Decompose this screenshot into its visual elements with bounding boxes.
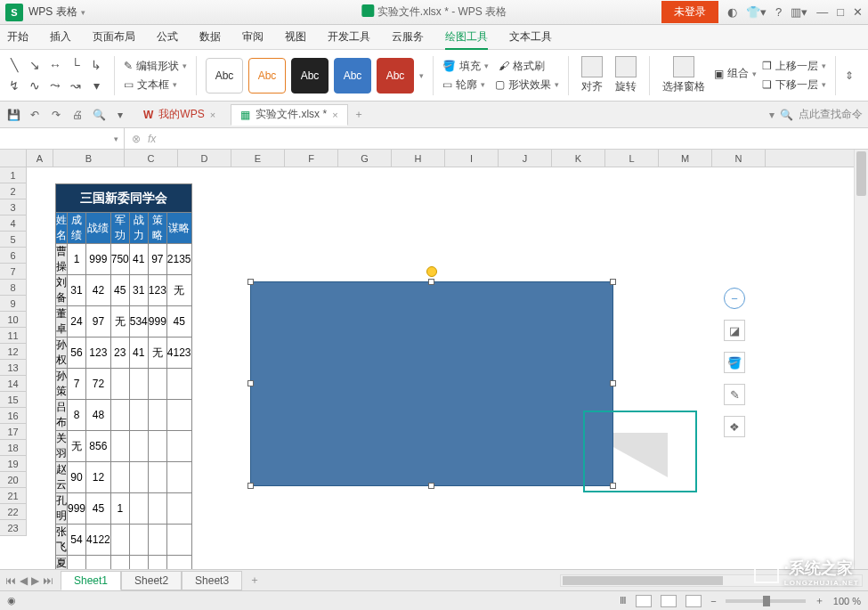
table-cell[interactable]: 12 [86,462,111,493]
maximize-button[interactable]: □ [837,5,844,19]
collapse-icon[interactable]: − [724,288,745,309]
scrollbar-thumb[interactable] [563,576,723,585]
table-cell[interactable]: 97 [148,244,166,275]
style-gallery-more[interactable]: ▾ [419,71,424,80]
menu-start[interactable]: 开始 [7,29,28,45]
row-headers[interactable]: 1234567891011121314151617181920212223 [0,167,27,536]
table-cell[interactable]: 856 [86,431,111,462]
add-sheet-button[interactable]: ＋ [242,570,267,590]
table-cell[interactable] [129,369,148,400]
table-cell[interactable]: 41 [129,244,148,275]
send-backward-button[interactable]: 下移一层 [775,77,818,93]
table-cell[interactable]: 48 [86,400,111,431]
table-cell[interactable]: 孙权 [56,338,68,369]
tab-list-icon[interactable]: ▾ [769,109,775,121]
zoom-slider[interactable] [726,599,806,603]
column-header[interactable]: N [712,150,766,167]
command-search[interactable]: 点此查找命令 [799,107,863,122]
table-cell[interactable]: 45 [110,275,129,306]
fill-button[interactable]: 填充 [459,59,481,74]
table-cell[interactable]: 8 [68,400,86,431]
row-header[interactable]: 1 [0,167,27,183]
style-preset-3[interactable]: Abc [291,58,329,94]
outline-button[interactable]: 轮廓 [456,77,477,93]
sync-icon[interactable]: ◐ [727,5,737,19]
table-cell[interactable]: 56 [68,338,86,369]
table-cell[interactable]: 23 [110,338,129,369]
qat-undo-icon[interactable]: ↶ [27,107,43,123]
table-cell[interactable] [129,462,148,493]
sheet-nav-last-icon[interactable]: ⏭ [43,574,53,587]
resize-handle-e[interactable] [610,380,616,386]
column-header[interactable]: K [552,150,605,167]
table-cell[interactable]: 无 [166,275,191,306]
menu-review[interactable]: 审阅 [242,29,264,45]
table-cell[interactable]: 2135 [166,244,191,275]
gallery-dropdown-icon[interactable]: ▾ [87,77,105,94]
table-cell[interactable] [110,462,129,493]
close-tab-icon[interactable]: × [332,110,337,120]
sheet-tab-2[interactable]: Sheet2 [121,571,182,590]
table-cell[interactable]: 4122 [86,525,111,556]
menu-cloud[interactable]: 云服务 [392,29,424,45]
curve-double-icon[interactable]: ↝ [67,77,85,94]
resize-handle-sw[interactable] [247,483,254,489]
table-cell[interactable] [166,369,191,400]
table-cell[interactable]: 张飞 [56,525,68,556]
sheet-nav-next-icon[interactable]: ▶ [31,574,39,587]
table-cell[interactable]: 刘备 [56,275,68,306]
table-cell[interactable]: 750 [110,244,129,275]
menu-data[interactable]: 数据 [199,29,221,45]
table-cell[interactable]: 关羽 [56,431,68,462]
table-cell[interactable] [148,493,166,525]
menu-drawing-tools[interactable]: 绘图工具 [445,29,488,50]
zoom-level[interactable]: 100 % [833,596,861,606]
qat-preview-icon[interactable]: 🔍 [91,107,107,123]
curve-connector-icon[interactable]: ∿ [26,77,44,94]
table-cell[interactable]: 41 [129,338,148,369]
column-header[interactable]: E [231,150,285,167]
row-header[interactable]: 20 [0,472,27,488]
style-preset-4[interactable]: Abc [334,58,371,94]
table-cell[interactable] [148,431,166,462]
table-cell[interactable]: 曹操 [56,244,68,275]
row-header[interactable]: 17 [0,424,27,440]
table-cell[interactable]: 31 [129,275,148,306]
elbow-double-icon[interactable]: ↯ [5,77,23,94]
table-cell[interactable] [148,525,166,556]
close-button[interactable]: ✕ [853,5,863,19]
skin-icon[interactable]: 👕▾ [746,5,767,19]
qat-redo-icon[interactable]: ↷ [48,107,64,123]
scrollbar-thumb[interactable] [856,151,866,196]
resize-handle-nw[interactable] [247,279,254,285]
resize-handle-s[interactable] [428,483,434,489]
row-header[interactable]: 10 [0,312,27,328]
table-cell[interactable] [129,525,148,556]
table-cell[interactable] [110,369,129,400]
qat-print-icon[interactable]: 🖨 [69,107,85,123]
status-record-icon[interactable]: ◉ [7,595,16,606]
group-button[interactable]: 组合 [727,66,749,81]
table-cell[interactable] [129,493,148,525]
table-cell[interactable]: 90 [68,462,86,493]
tab-current-file[interactable]: ▦实验文件.xlsx *× [231,104,347,126]
table-cell[interactable] [148,400,166,431]
style-preset-5[interactable]: Abc [377,58,414,94]
table-cell[interactable]: 无 [68,431,86,462]
table-cell[interactable]: 24 [68,306,86,338]
table-cell[interactable]: 董卓 [56,306,68,338]
elbow-arrow-icon[interactable]: ↳ [87,56,105,74]
fx-cancel-icon[interactable]: ⊗ [132,133,141,145]
row-header[interactable]: 2 [0,183,27,199]
table-cell[interactable]: 无 [110,306,129,338]
minimize-button[interactable]: — [816,5,828,19]
table-cell[interactable] [110,400,129,431]
spreadsheet-grid[interactable]: ABCDEFGHIJKLMN 1234567891011121314151617… [0,150,868,574]
table-cell[interactable] [166,525,191,556]
table-cell[interactable] [166,493,191,525]
close-tab-icon[interactable]: × [210,110,215,120]
table-cell[interactable]: 孙策 [56,369,68,400]
table-cell[interactable]: 无 [148,338,166,369]
row-header[interactable]: 23 [0,520,27,536]
row-header[interactable]: 15 [0,392,27,408]
